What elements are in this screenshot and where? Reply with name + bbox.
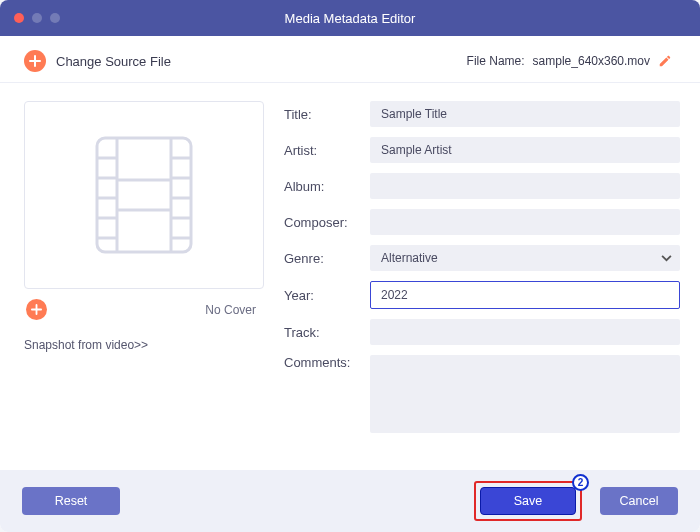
reset-button[interactable]: Reset xyxy=(22,487,120,515)
comments-label: Comments: xyxy=(284,355,358,370)
genre-value[interactable] xyxy=(370,245,680,271)
file-name-value: sample_640x360.mov xyxy=(533,54,650,68)
save-highlight-annotation: Save 2 xyxy=(474,481,582,521)
content-area: No Cover Snapshot from video>> Title: Ar… xyxy=(0,83,700,470)
svg-rect-0 xyxy=(97,138,191,252)
titlebar: Media Metadata Editor xyxy=(0,0,700,36)
file-name-block: File Name: sample_640x360.mov xyxy=(467,54,672,68)
artist-input[interactable] xyxy=(370,137,680,163)
film-strip-icon xyxy=(89,130,199,260)
track-input[interactable] xyxy=(370,319,680,345)
add-icon xyxy=(24,50,46,72)
add-cover-button[interactable] xyxy=(26,299,47,320)
year-label: Year: xyxy=(284,288,358,303)
metadata-form: Title: Artist: Album: Composer: Genre: xyxy=(284,101,680,470)
maximize-window-button[interactable] xyxy=(50,13,60,23)
window-title: Media Metadata Editor xyxy=(0,11,700,26)
edit-filename-icon[interactable] xyxy=(658,54,672,68)
artist-label: Artist: xyxy=(284,143,358,158)
cover-add-row: No Cover xyxy=(24,289,264,320)
footer-bar: Reset Save 2 Cancel xyxy=(0,470,700,532)
genre-select[interactable] xyxy=(370,245,680,271)
save-button[interactable]: Save xyxy=(480,487,576,515)
window-controls xyxy=(14,13,60,23)
close-window-button[interactable] xyxy=(14,13,24,23)
app-window: Media Metadata Editor Change Source File… xyxy=(0,0,700,532)
year-input[interactable] xyxy=(370,281,680,309)
cover-preview[interactable] xyxy=(24,101,264,289)
composer-input[interactable] xyxy=(370,209,680,235)
annotation-badge: 2 xyxy=(572,474,589,491)
composer-label: Composer: xyxy=(284,215,358,230)
change-source-label: Change Source File xyxy=(56,54,171,69)
comments-input[interactable] xyxy=(370,355,680,433)
cancel-button[interactable]: Cancel xyxy=(600,487,678,515)
header-row: Change Source File File Name: sample_640… xyxy=(0,36,700,83)
change-source-file[interactable]: Change Source File xyxy=(24,50,171,72)
title-input[interactable] xyxy=(370,101,680,127)
no-cover-label: No Cover xyxy=(205,303,256,317)
title-label: Title: xyxy=(284,107,358,122)
track-label: Track: xyxy=(284,325,358,340)
album-input[interactable] xyxy=(370,173,680,199)
file-name-label: File Name: xyxy=(467,54,525,68)
minimize-window-button[interactable] xyxy=(32,13,42,23)
album-label: Album: xyxy=(284,179,358,194)
snapshot-from-video-link[interactable]: Snapshot from video>> xyxy=(24,338,264,352)
genre-label: Genre: xyxy=(284,251,358,266)
cover-column: No Cover Snapshot from video>> xyxy=(24,101,264,470)
